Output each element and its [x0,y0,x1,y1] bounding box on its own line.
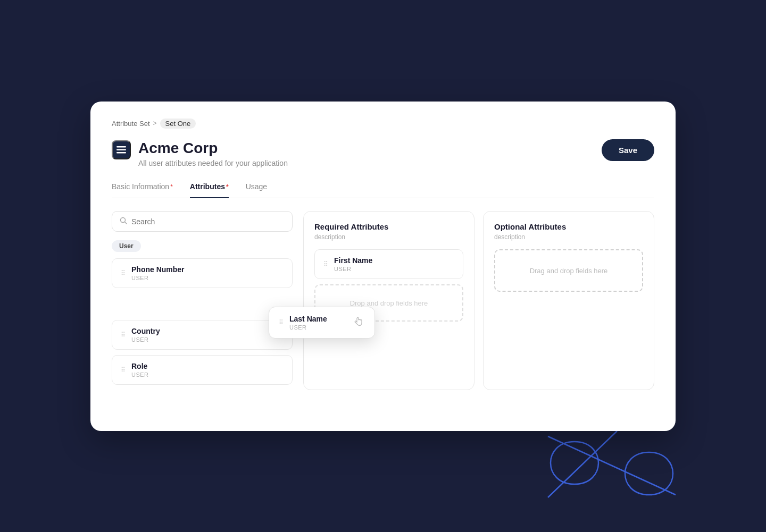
attributes-columns: Required Attributes description ⠿ First … [303,211,654,390]
breadcrumb-separator: > [153,120,157,127]
breadcrumb: Attribute Set > Set One [112,119,654,129]
save-button[interactable]: Save [602,139,654,161]
required-attributes-title: Required Attributes [314,222,463,231]
required-attribute-item[interactable]: ⠿ First Name USER [314,249,463,279]
page-subtitle: All user attributes needed for your appl… [138,159,288,167]
optional-attributes-column: Optional Attributes description Drag and… [483,211,654,390]
tab-usage[interactable]: Usage [246,182,267,198]
search-input[interactable] [131,217,285,226]
list-item[interactable]: ⠿ Country USER [112,320,293,350]
dragging-item: ⠿ Last Name USER [269,307,375,339]
optional-attributes-desc: description [494,233,643,241]
drag-cursor-icon [354,316,365,329]
list-item[interactable]: ⠿ Role USER [112,355,293,385]
optional-attributes-title: Optional Attributes [494,222,643,231]
drag-handle-icon: ⠿ [121,331,126,339]
main-card: Attribute Set > Set One Acme Corp All us… [90,102,676,431]
menu-icon-button[interactable] [112,140,131,159]
attributes-list-panel: User ⠿ Phone Number USER ⠿ Country USER … [112,211,293,390]
header-left: Acme Corp All user attributes needed for… [112,139,288,168]
svg-rect-6 [116,152,126,154]
drag-handle-icon: ⠿ [279,319,284,326]
breadcrumb-current[interactable]: Set One [160,119,196,129]
required-attributes-column: Required Attributes description ⠿ First … [303,211,474,390]
header-text: Acme Corp All user attributes needed for… [138,139,288,168]
search-box[interactable] [112,211,293,232]
tab-attributes[interactable]: Attributes* [190,182,229,198]
required-attributes-desc: description [314,233,463,241]
page-header: Acme Corp All user attributes needed for… [112,139,654,168]
optional-drop-zone[interactable]: Drag and drop fields here [494,249,643,292]
tabs-bar: Basic Information* Attributes* Usage [112,182,654,198]
tab-basic-information[interactable]: Basic Information* [112,182,173,198]
svg-line-8 [125,222,127,224]
drag-handle-icon: ⠿ [121,366,126,374]
category-badge: User [112,240,141,252]
breadcrumb-parent: Attribute Set [112,120,150,128]
svg-rect-4 [116,146,126,148]
list-item[interactable]: ⠿ Phone Number USER [112,258,293,288]
menu-lines-icon [116,146,126,154]
svg-line-3 [548,431,617,497]
drag-handle-icon: ⠿ [121,269,126,277]
svg-line-2 [548,436,676,495]
svg-rect-5 [116,149,126,150]
search-icon [120,217,127,226]
content-area: User ⠿ Phone Number USER ⠿ Country USER … [112,211,654,390]
drag-handle-icon: ⠿ [323,260,329,268]
page-title: Acme Corp [138,139,288,157]
